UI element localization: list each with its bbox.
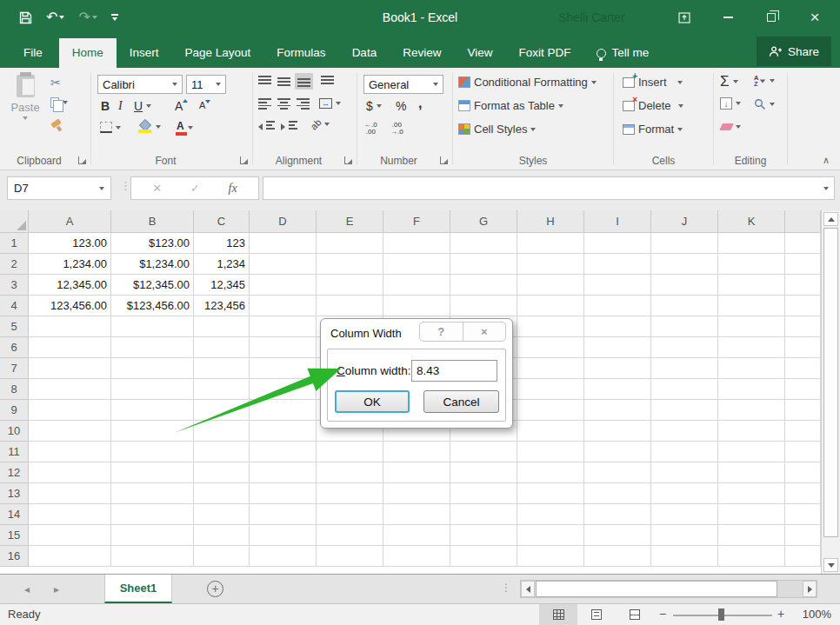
- scroll-down-button[interactable]: [823, 558, 838, 572]
- cell-I15[interactable]: [584, 525, 651, 546]
- sheet-tab-sheet1[interactable]: Sheet1: [104, 575, 172, 603]
- row-header-14[interactable]: 14: [0, 504, 29, 525]
- alignment-dialog-launcher-icon[interactable]: [344, 156, 352, 164]
- cell-E3[interactable]: [317, 275, 383, 296]
- cell-A13[interactable]: [29, 483, 111, 504]
- cell-D1[interactable]: [250, 233, 317, 254]
- orientation-dropdown-icon[interactable]: [324, 123, 330, 126]
- page-break-view-button[interactable]: [616, 604, 654, 625]
- cell-J3[interactable]: [651, 275, 718, 296]
- paste-dropdown-icon[interactable]: [23, 116, 28, 120]
- borders-dropdown-icon[interactable]: [116, 126, 121, 130]
- cell-J10[interactable]: [651, 421, 718, 442]
- delete-cells-dropdown-icon[interactable]: [678, 104, 683, 108]
- share-button[interactable]: Share: [757, 37, 831, 66]
- cell-E16[interactable]: [317, 546, 383, 567]
- cell-partial-8[interactable]: [785, 379, 821, 400]
- font-name-dropdown-icon[interactable]: [172, 83, 177, 86]
- paste-button[interactable]: Paste: [6, 73, 44, 146]
- cell-J16[interactable]: [651, 546, 718, 567]
- cell-I4[interactable]: [584, 296, 651, 316]
- cell-J1[interactable]: [651, 233, 718, 254]
- cell-C5[interactable]: [194, 316, 250, 337]
- row-header-9[interactable]: 9: [0, 400, 29, 421]
- cell-D7[interactable]: [250, 358, 317, 379]
- column-header-partial[interactable]: [785, 210, 821, 233]
- borders-button[interactable]: [100, 122, 121, 133]
- formula-input[interactable]: [263, 176, 835, 200]
- cell-H14[interactable]: [517, 504, 584, 525]
- cell-J14[interactable]: [651, 504, 718, 525]
- font-dialog-launcher-icon[interactable]: [240, 156, 248, 164]
- column-header-E[interactable]: E: [317, 210, 383, 233]
- cell-K10[interactable]: [718, 421, 785, 442]
- cell-H13[interactable]: [517, 483, 584, 504]
- vertical-scroll-thumb[interactable]: [823, 228, 838, 537]
- copy-button[interactable]: [50, 97, 68, 108]
- cell-K16[interactable]: [718, 546, 785, 567]
- cell-F15[interactable]: [383, 525, 450, 546]
- cell-C16[interactable]: [194, 546, 250, 567]
- cell-A8[interactable]: [29, 379, 111, 400]
- column-header-K[interactable]: K: [718, 210, 785, 233]
- dialog-close-icon[interactable]: ×: [463, 322, 506, 341]
- cell-D5[interactable]: [250, 316, 317, 337]
- cell-J2[interactable]: [651, 254, 718, 275]
- cell-K15[interactable]: [718, 525, 785, 546]
- row-header-5[interactable]: 5: [0, 316, 29, 337]
- cell-K5[interactable]: [718, 316, 785, 337]
- shrink-font-button[interactable]: A: [199, 100, 205, 110]
- cell-B11[interactable]: [111, 442, 194, 462]
- cell-partial-16[interactable]: [785, 546, 821, 567]
- cell-B13[interactable]: [111, 483, 194, 504]
- cell-partial-11[interactable]: [785, 442, 821, 462]
- row-header-6[interactable]: 6: [0, 337, 29, 358]
- format-painter-button[interactable]: [50, 120, 62, 131]
- font-name-combo[interactable]: Calibri: [97, 75, 183, 94]
- cancel-entry-icon[interactable]: ✕: [152, 182, 162, 195]
- decrease-indent-button[interactable]: [258, 121, 275, 132]
- cell-B9[interactable]: [111, 400, 194, 421]
- clear-dropdown-icon[interactable]: [736, 125, 741, 129]
- select-all-corner[interactable]: [0, 210, 29, 233]
- column-header-J[interactable]: J: [651, 210, 718, 233]
- cell-I10[interactable]: [584, 421, 651, 442]
- cell-A5[interactable]: [29, 316, 111, 337]
- cell-B7[interactable]: [111, 358, 194, 379]
- merge-center-button[interactable]: ↔: [319, 98, 341, 109]
- cell-I5[interactable]: [584, 316, 651, 337]
- column-header-I[interactable]: I: [584, 210, 651, 233]
- cell-partial-2[interactable]: [785, 254, 821, 275]
- cell-E12[interactable]: [317, 462, 383, 483]
- cell-C4[interactable]: 123,456: [194, 296, 250, 316]
- cell-A16[interactable]: [29, 546, 111, 567]
- cell-C2[interactable]: 1,234: [194, 254, 250, 275]
- italic-button[interactable]: I: [118, 99, 123, 113]
- name-box[interactable]: D7: [7, 176, 111, 200]
- bold-button[interactable]: B: [101, 99, 110, 113]
- delete-cells-button[interactable]: Delete: [623, 99, 683, 112]
- formula-bar-expand-icon[interactable]: [823, 187, 829, 190]
- cell-H9[interactable]: [517, 400, 584, 421]
- dialog-help-icon[interactable]: ?: [420, 322, 463, 341]
- cell-A4[interactable]: 123,456.00: [29, 296, 111, 316]
- cell-E4[interactable]: [317, 296, 383, 316]
- cell-G15[interactable]: [450, 525, 517, 546]
- cell-D6[interactable]: [250, 337, 317, 358]
- cell-G11[interactable]: [450, 442, 517, 462]
- clipboard-dialog-launcher-icon[interactable]: [78, 156, 86, 164]
- cell-H11[interactable]: [517, 442, 584, 462]
- cell-K13[interactable]: [718, 483, 785, 504]
- cell-F11[interactable]: [383, 442, 450, 462]
- tab-home[interactable]: Home: [59, 38, 117, 68]
- tab-data[interactable]: Data: [339, 38, 390, 68]
- cell-C11[interactable]: [194, 442, 250, 462]
- font-size-combo[interactable]: 11: [186, 75, 226, 94]
- tab-splitter-dots[interactable]: ⋮: [501, 582, 511, 594]
- cell-partial-5[interactable]: [785, 316, 821, 337]
- cell-F1[interactable]: [383, 233, 450, 254]
- cell-I13[interactable]: [584, 483, 651, 504]
- cell-B2[interactable]: $1,234.00: [111, 254, 194, 275]
- cell-E1[interactable]: [317, 233, 383, 254]
- cell-H16[interactable]: [517, 546, 584, 567]
